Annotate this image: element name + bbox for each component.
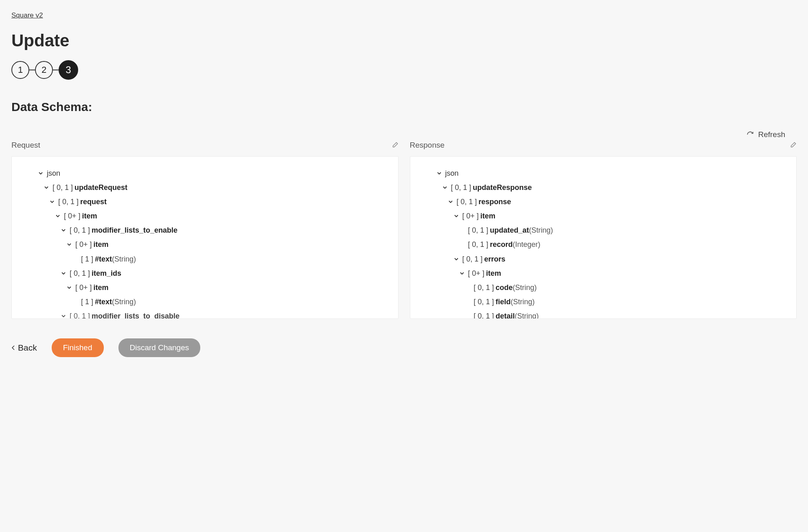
- request-tree: json [ 0, 1 ] updateRequest [ 0, 1 ] req…: [11, 156, 399, 319]
- tree-card: [ 0, 1 ]: [58, 195, 79, 209]
- page-title: Update: [11, 31, 797, 50]
- refresh-icon[interactable]: [747, 131, 754, 138]
- chevron-down-icon[interactable]: [55, 214, 61, 218]
- back-button[interactable]: Back: [11, 343, 37, 353]
- tree-node[interactable]: updateRequest: [74, 181, 127, 195]
- tree-node[interactable]: request: [80, 195, 107, 209]
- stepper: 1 2 3: [11, 60, 797, 80]
- chevron-down-icon[interactable]: [442, 185, 448, 190]
- tree-node[interactable]: item: [94, 281, 109, 295]
- tree-card: [ 0, 1 ]: [451, 181, 471, 195]
- tree-card: [ 0, 1 ]: [468, 223, 488, 238]
- chevron-down-icon[interactable]: [38, 171, 44, 176]
- section-title: Data Schema:: [11, 100, 797, 114]
- tree-node[interactable]: field: [496, 295, 511, 309]
- tree-card: [ 0, 1 ]: [53, 181, 73, 195]
- tree-node-root[interactable]: json: [47, 166, 60, 181]
- tree-card: [ 0, 1 ]: [457, 195, 477, 209]
- response-panel: Response json [ 0, 1 ] updateResponse [ …: [410, 141, 797, 319]
- tree-type: (String): [112, 252, 136, 266]
- tree-node[interactable]: #text: [95, 252, 112, 266]
- tree-node[interactable]: item_ids: [92, 266, 121, 281]
- chevron-down-icon[interactable]: [436, 171, 442, 176]
- step-connector: [53, 70, 59, 70]
- tree-node[interactable]: code: [496, 281, 513, 295]
- chevron-down-icon[interactable]: [49, 199, 55, 204]
- tree-card: [ 0, 1 ]: [474, 281, 494, 295]
- tree-type: (String): [529, 223, 553, 238]
- chevron-down-icon[interactable]: [453, 257, 459, 262]
- tree-node-root[interactable]: json: [445, 166, 459, 181]
- tree-card: [ 1 ]: [81, 295, 93, 309]
- chevron-down-icon[interactable]: [453, 214, 459, 218]
- tree-card: [ 0, 1 ]: [462, 252, 483, 266]
- tree-type: (String): [515, 309, 539, 319]
- edit-response-icon[interactable]: [789, 142, 797, 149]
- request-label: Request: [11, 141, 40, 150]
- discard-button[interactable]: Discard Changes: [118, 338, 201, 357]
- tree-node[interactable]: updated_at: [490, 223, 529, 238]
- tree-node[interactable]: modifier_lists_to_enable: [92, 223, 177, 238]
- tree-card: [ 0+ ]: [75, 281, 92, 295]
- tree-node[interactable]: record: [490, 238, 513, 252]
- tree-card: [ 0, 1 ]: [468, 238, 488, 252]
- response-label: Response: [410, 141, 445, 150]
- chevron-down-icon[interactable]: [459, 271, 465, 276]
- edit-request-icon[interactable]: [391, 142, 399, 149]
- breadcrumb[interactable]: Square v2: [11, 11, 797, 20]
- tree-node[interactable]: detail: [496, 309, 515, 319]
- tree-type: (String): [112, 295, 136, 309]
- request-panel: Request json [ 0, 1 ] updateRequest [ 0,…: [11, 141, 399, 319]
- chevron-down-icon[interactable]: [66, 285, 72, 290]
- tree-card: [ 0, 1 ]: [70, 266, 90, 281]
- back-label: Back: [18, 343, 37, 353]
- tree-node[interactable]: item: [486, 266, 501, 281]
- tree-card: [ 0, 1 ]: [474, 309, 494, 319]
- tree-card: [ 0, 1 ]: [70, 223, 90, 238]
- tree-type: (String): [511, 295, 535, 309]
- step-2[interactable]: 2: [35, 61, 53, 79]
- tree-node[interactable]: item: [82, 209, 97, 223]
- chevron-left-icon: [11, 345, 15, 351]
- tree-card: [ 1 ]: [81, 252, 93, 266]
- chevron-down-icon[interactable]: [44, 185, 49, 190]
- chevron-down-icon[interactable]: [448, 199, 453, 204]
- finished-button[interactable]: Finished: [52, 338, 104, 357]
- tree-node[interactable]: errors: [484, 252, 506, 266]
- refresh-button[interactable]: Refresh: [758, 130, 785, 139]
- tree-node[interactable]: item: [480, 209, 495, 223]
- chevron-down-icon[interactable]: [61, 271, 66, 276]
- tree-card: [ 0+ ]: [64, 209, 81, 223]
- tree-node[interactable]: response: [479, 195, 511, 209]
- tree-card: [ 0+ ]: [462, 209, 479, 223]
- response-tree: json [ 0, 1 ] updateResponse [ 0, 1 ] re…: [410, 156, 797, 319]
- tree-node[interactable]: #text: [95, 295, 112, 309]
- tree-node[interactable]: item: [94, 238, 109, 252]
- step-connector: [29, 70, 35, 70]
- tree-card: [ 0+ ]: [468, 266, 485, 281]
- tree-card: [ 0, 1 ]: [474, 295, 494, 309]
- step-3[interactable]: 3: [59, 60, 78, 80]
- tree-node[interactable]: updateResponse: [473, 181, 532, 195]
- chevron-down-icon[interactable]: [66, 242, 72, 247]
- tree-type: (Integer): [513, 238, 541, 252]
- step-1[interactable]: 1: [11, 61, 29, 79]
- tree-type: (String): [513, 281, 537, 295]
- tree-card: [ 0+ ]: [75, 238, 92, 252]
- chevron-down-icon[interactable]: [61, 228, 66, 233]
